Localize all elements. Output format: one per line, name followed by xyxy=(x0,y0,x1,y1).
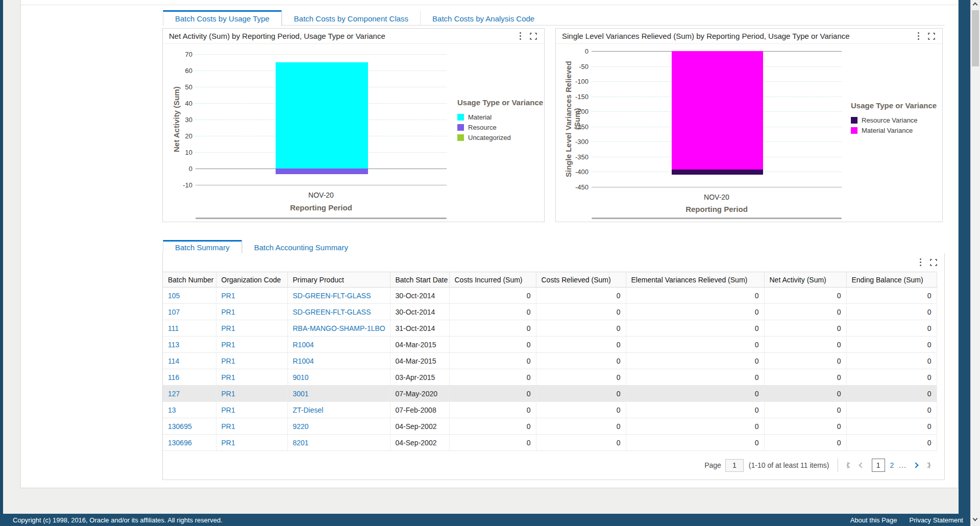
primary-product-link[interactable]: 8201 xyxy=(293,439,309,447)
chart-zoom-slider[interactable] xyxy=(592,218,842,219)
column-header-organization-code[interactable]: Organization Code xyxy=(216,272,287,288)
next-page-button[interactable] xyxy=(914,463,918,467)
batch-number-link[interactable]: 107 xyxy=(168,308,180,316)
tab-batch-accounting-summary[interactable]: Batch Accounting Summary xyxy=(242,240,360,254)
primary-product-link[interactable]: 9220 xyxy=(293,422,309,431)
batch-number-link[interactable]: 116 xyxy=(168,373,179,381)
primary-product-link[interactable]: SD-GREEN-FLT-GLASS xyxy=(293,308,371,316)
tab-batch-costs-by-usage-type[interactable]: Batch Costs by Usage Type xyxy=(163,10,282,26)
y-axis-tick-label: -150 xyxy=(575,92,589,100)
cell-primary-product: SD-GREEN-FLT-GLASS xyxy=(287,288,390,304)
cell-organization-code: PR1 xyxy=(216,435,287,451)
column-header-batch-number[interactable]: Batch Number xyxy=(163,272,216,288)
table-row[interactable]: 116PR1901003-Apr-201500000 xyxy=(163,369,937,386)
table-maximize-icon[interactable] xyxy=(930,259,937,266)
page-input[interactable] xyxy=(725,459,744,472)
batch-number-link[interactable]: 130695 xyxy=(168,422,192,431)
table-row[interactable]: 113PR1R100404-Mar-201500000 xyxy=(163,337,937,353)
batch-number-link[interactable]: 113 xyxy=(168,341,179,349)
primary-product-link[interactable]: SD-GREEN-FLT-GLASS xyxy=(293,292,371,300)
table-row[interactable]: 13PR1ZT-Diesel07-Feb-200800000 xyxy=(163,402,937,418)
batch-number-link[interactable]: 105 xyxy=(168,292,180,300)
primary-product-link[interactable]: RBA-MANGO-SHAMP-1LBO xyxy=(293,324,385,332)
primary-product-link[interactable]: 9010 xyxy=(293,373,309,381)
organization-code-link[interactable]: PR1 xyxy=(222,308,235,316)
chart-menu-icon[interactable] xyxy=(520,32,522,40)
table-row[interactable]: 130695PR1922004-Sep-200200000 xyxy=(163,418,937,435)
column-header-net-activity-sum[interactable]: Net Activity (Sum) xyxy=(764,272,846,288)
batch-number-link[interactable]: 13 xyxy=(168,406,176,414)
table-row[interactable]: 107PR1SD-GREEN-FLT-GLASS30-Oct-201400000 xyxy=(163,304,937,320)
primary-product-link[interactable]: R1004 xyxy=(293,357,314,365)
organization-code-link[interactable]: PR1 xyxy=(222,341,235,349)
column-header-elemental-variances-relieved-sum[interactable]: Elemental Variances Relieved (Sum) xyxy=(626,272,764,288)
primary-product-link[interactable]: R1004 xyxy=(293,341,314,349)
gridline xyxy=(195,185,447,185)
chart-menu-icon[interactable] xyxy=(918,32,920,40)
primary-product-link[interactable]: ZT-Diesel xyxy=(293,406,324,414)
organization-code-link[interactable]: PR1 xyxy=(222,422,235,431)
last-page-button[interactable] xyxy=(926,462,930,468)
tab-batch-costs-by-analysis-code[interactable]: Batch Costs by Analysis Code xyxy=(420,10,546,26)
batch-number-link[interactable]: 130696 xyxy=(168,439,192,447)
privacy-statement-link[interactable]: Privacy Statement xyxy=(910,516,964,524)
bar-segment-resource-variance[interactable] xyxy=(672,170,763,175)
organization-code-link[interactable]: PR1 xyxy=(222,439,235,447)
scroll-up-icon[interactable] xyxy=(973,3,978,8)
legend-item-resource-variance[interactable]: Resource Variance xyxy=(851,115,937,125)
legend-item-material-variance[interactable]: Material Variance xyxy=(851,125,937,135)
bar-segment-resource[interactable] xyxy=(276,169,368,174)
column-header-ending-balance-sum[interactable]: Ending Balance (Sum) xyxy=(846,272,937,288)
batch-number-link[interactable]: 111 xyxy=(168,324,179,332)
cell-costs-incurred-sum: 0 xyxy=(449,288,536,304)
chart-maximize-icon[interactable] xyxy=(928,33,935,40)
y-axis-tick-label: -200 xyxy=(575,108,589,115)
organization-code-link[interactable]: PR1 xyxy=(222,373,235,381)
cell-primary-product: 8201 xyxy=(287,435,390,451)
organization-code-link[interactable]: PR1 xyxy=(222,324,235,332)
page-2-link[interactable]: 2 xyxy=(890,461,894,469)
organization-code-link[interactable]: PR1 xyxy=(222,292,235,300)
bar-segment-material-variance[interactable] xyxy=(672,51,763,170)
organization-code-link[interactable]: PR1 xyxy=(222,406,235,414)
cell-ending-balance-sum: 0 xyxy=(846,402,937,418)
legend-item-material[interactable]: Material xyxy=(457,112,543,122)
table-row[interactable]: 130696PR1820104-Sep-200200000 xyxy=(163,435,937,451)
cell-costs-incurred-sum: 0 xyxy=(449,418,536,435)
scroll-down-icon[interactable] xyxy=(973,516,978,521)
table-row[interactable]: 127PR1300107-May-202000000 xyxy=(163,386,937,402)
legend-item-resource[interactable]: Resource xyxy=(457,122,543,132)
primary-product-link[interactable]: 3001 xyxy=(293,390,309,398)
column-header-primary-product[interactable]: Primary Product xyxy=(287,272,390,288)
cell-costs-incurred-sum: 0 xyxy=(449,337,536,353)
chart-maximize-icon[interactable] xyxy=(530,33,537,40)
organization-code-link[interactable]: PR1 xyxy=(222,390,235,398)
cell-net-activity-sum: 0 xyxy=(764,353,846,369)
bar-segment-material[interactable] xyxy=(276,62,368,169)
column-header-costs-relieved-sum[interactable]: Costs Relieved (Sum) xyxy=(536,272,626,288)
table-menu-icon[interactable] xyxy=(920,258,922,267)
vertical-scrollbar[interactable] xyxy=(970,0,980,526)
cell-net-activity-sum: 0 xyxy=(764,402,846,418)
chart-title: Single Level Variances Relieved (Sum) by… xyxy=(562,32,850,40)
chart-zoom-slider[interactable] xyxy=(195,218,447,219)
cell-primary-product: R1004 xyxy=(287,353,390,369)
column-header-batch-start-date[interactable]: Batch Start Date xyxy=(390,272,449,288)
legend-item-uncategorized[interactable]: Uncategorized xyxy=(457,132,543,142)
y-axis-tick-label: 0 xyxy=(585,47,589,55)
current-page-button[interactable]: 1 xyxy=(872,459,885,472)
batch-number-link[interactable]: 127 xyxy=(168,390,180,398)
about-this-page-link[interactable]: About this Page xyxy=(850,516,897,524)
table-row[interactable]: 114PR1R100404-Mar-201500000 xyxy=(163,353,937,369)
previous-page-button[interactable] xyxy=(860,463,864,467)
scrollbar-thumb[interactable] xyxy=(972,10,979,66)
organization-code-link[interactable]: PR1 xyxy=(222,357,235,365)
cell-primary-product: ZT-Diesel xyxy=(287,402,390,418)
tab-batch-costs-by-component-class[interactable]: Batch Costs by Component Class xyxy=(282,10,420,26)
table-row[interactable]: 111PR1RBA-MANGO-SHAMP-1LBO31-Oct-2014000… xyxy=(163,320,937,337)
tab-batch-summary[interactable]: Batch Summary xyxy=(163,240,242,254)
column-header-costs-incurred-sum[interactable]: Costs Incurred (Sum) xyxy=(449,272,536,288)
first-page-button[interactable] xyxy=(847,462,851,468)
table-row[interactable]: 105PR1SD-GREEN-FLT-GLASS30-Oct-201400000 xyxy=(163,288,937,304)
batch-number-link[interactable]: 114 xyxy=(168,357,179,365)
